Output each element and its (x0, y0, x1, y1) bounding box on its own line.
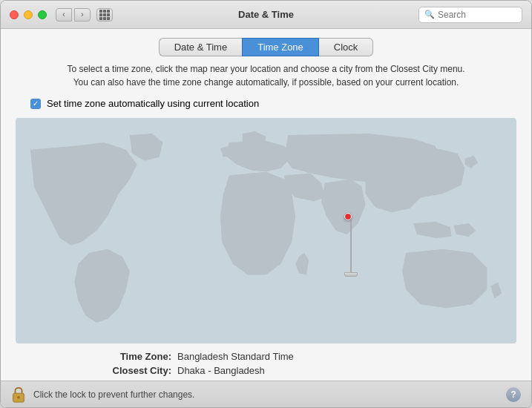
content-area: To select a time zone, click the map nea… (1, 62, 531, 381)
timezone-value: Bangladesh Standard Time (177, 351, 294, 362)
description-line2: You can also have the time zone change a… (16, 76, 516, 89)
forward-button[interactable]: › (74, 8, 91, 22)
titlebar: ‹ › Date & Time 🔍 (1, 1, 531, 29)
auto-timezone-checkbox[interactable]: ✓ (30, 99, 41, 109)
description-line1: To select a time zone, click the map nea… (16, 62, 516, 76)
search-bar[interactable]: 🔍 (418, 7, 522, 23)
auto-timezone-label: Set time zone automatically using curren… (47, 98, 259, 109)
back-button[interactable]: ‹ (56, 8, 72, 22)
tab-time-zone[interactable]: Time Zone (242, 38, 319, 56)
auto-timezone-row[interactable]: ✓ Set time zone automatically using curr… (16, 98, 516, 109)
description-text: To select a time zone, click the map nea… (16, 62, 516, 89)
main-window: ‹ › Date & Time 🔍 Date & Time Time Zone … (0, 0, 532, 408)
grid-icon (99, 10, 110, 20)
closest-city-label: Closest City: (90, 365, 171, 376)
timezone-row: Time Zone: Bangladesh Standard Time (90, 351, 516, 362)
pin-line (350, 220, 352, 272)
world-map-svg (16, 118, 516, 343)
search-icon: 🔍 (424, 10, 435, 19)
footer-text: Click the lock to prevent further change… (33, 389, 506, 400)
maximize-button[interactable] (38, 10, 47, 19)
help-button[interactable]: ? (506, 387, 521, 402)
pin-base (344, 272, 358, 277)
tab-date-time[interactable]: Date & Time (159, 38, 243, 56)
traffic-lights (10, 10, 47, 19)
minimize-button[interactable] (24, 10, 33, 19)
search-input[interactable] (438, 10, 516, 20)
svg-point-2 (17, 395, 20, 398)
tab-clock[interactable]: Clock (319, 38, 374, 56)
world-map-container[interactable] (16, 118, 516, 343)
lock-icon[interactable] (11, 386, 26, 403)
timezone-label: Time Zone: (90, 351, 171, 362)
window-title: Date & Time (238, 9, 294, 20)
info-section: Time Zone: Bangladesh Standard Time Clos… (16, 351, 516, 376)
pin-dot (344, 213, 352, 220)
closest-city-value: Dhaka - Bangladesh (177, 365, 265, 376)
footer: Click the lock to prevent further change… (1, 381, 531, 407)
closest-city-row: Closest City: Dhaka - Bangladesh (90, 365, 516, 376)
location-pin (344, 213, 358, 277)
nav-buttons: ‹ › (56, 8, 91, 22)
close-button[interactable] (10, 10, 19, 19)
checkmark-icon: ✓ (33, 100, 39, 108)
tab-bar: Date & Time Time Zone Clock (1, 29, 531, 62)
app-grid-button[interactable] (96, 8, 113, 22)
